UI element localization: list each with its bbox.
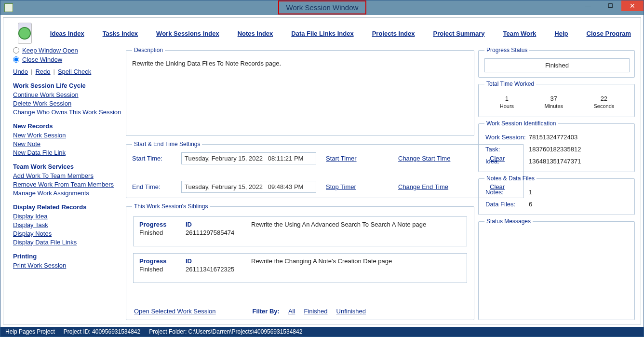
right-panel: Progress Status Finished Total Time Work… [478,47,635,320]
status-messages-fieldset: Status Messages [478,218,635,320]
radio-keep-open-label[interactable]: Keep Window Open [22,47,78,54]
link-print-ws[interactable]: Print Work Session [13,262,122,269]
col-id: ID [186,257,248,265]
seconds-label: Seconds [593,103,614,109]
time-worked-legend: Total Time Worked [484,81,536,87]
status-messages-legend: Status Messages [484,218,533,225]
titlebar: Work Session Window — ☐ ✕ [0,0,644,15]
link-display-notes[interactable]: Display Notes [13,230,122,237]
nav-work-sessions-index[interactable]: Work Sessions Index [156,30,219,37]
minutes-value: 37 [545,95,564,102]
notes-files-legend: Notes & Data Files [484,175,537,182]
link-display-dfl[interactable]: Display Data File Links [13,239,122,246]
minutes-label: Minutes [545,103,564,109]
sibling-text: Rewrite the Changing A Note's Creation D… [251,257,461,265]
status-bar: Help Pages Project Project ID: 400956931… [0,327,644,337]
status-project-id: 400956931534842 [92,328,140,335]
change-end-link[interactable]: Change End Time [398,183,480,190]
nav-notes-index[interactable]: Notes Index [238,30,273,37]
notes-count-label: Notes: [485,189,529,196]
start-time-label: Start Time: [132,155,172,162]
status-project-id-label: Project ID: [64,328,91,335]
app-logo [18,23,32,44]
nav-help[interactable]: Help [554,30,568,37]
main-toolbar: Ideas Index Tasks Index Work Sessions In… [3,18,641,45]
minimize-button[interactable]: — [577,0,599,11]
change-start-link[interactable]: Change Start Time [398,155,480,162]
link-new-ws[interactable]: New Work Session [13,132,122,139]
close-button[interactable]: ✕ [621,0,644,11]
sibling-id: 26111341672325 [186,266,248,273]
link-team-manage[interactable]: Manage Work Assignments [13,189,122,197]
identification-legend: Work Session Identification [484,120,558,127]
files-count-label: Data Files: [485,201,529,208]
nav-tasks-index[interactable]: Tasks Index [103,30,138,37]
ws-id-value: 78151324772403 [529,134,629,141]
link-team-remove[interactable]: Remove Work From Team Members [13,181,122,188]
link-team-add[interactable]: Add Work To Team Members [13,172,122,179]
link-display-idea[interactable]: Display Idea [13,213,122,220]
description-fieldset: Description Rewrite the Linking Data Fil… [126,47,474,136]
status-project-folder-label: Project Folder: [149,328,187,335]
link-continue-ws[interactable]: Continue Work Session [13,91,122,98]
nav-team-work[interactable]: Team Work [503,30,536,37]
sibling-text: Rewrite the Using An Advanced Search To … [251,221,461,228]
separator: | [31,68,32,75]
nav-data-file-links-index[interactable]: Data File Links Index [291,30,353,37]
radio-close-window-label[interactable]: Close Window [22,56,62,63]
filter-all[interactable]: All [288,308,295,315]
hours-value: 1 [500,95,514,102]
col-progress: Progress [139,221,183,228]
filter-finished[interactable]: Finished [304,308,327,315]
sibling-row[interactable]: Progress ID Rewrite the Using An Advance… [133,216,467,246]
link-new-dfl[interactable]: New Data File Link [13,149,122,156]
group-new-records-title: New Records [13,122,122,130]
link-display-task[interactable]: Display Task [13,221,122,229]
status-project-name: Help Pages Project [5,328,55,335]
nav-close-program[interactable]: Close Program [587,30,631,37]
filter-unfinished[interactable]: Unfinished [336,308,366,315]
link-delete-ws[interactable]: Delete Work Session [13,100,122,107]
start-timer-link[interactable]: Start Timer [326,155,389,162]
group-team-title: Team Work Services [13,163,122,170]
col-id: ID [186,221,248,228]
end-time-input[interactable] [181,181,316,193]
identification-fieldset: Work Session Identification Work Session… [478,120,635,172]
progress-status-legend: Progress Status [484,47,529,54]
open-selected-link[interactable]: Open Selected Work Session [134,308,216,315]
siblings-legend: This Work Session's Siblings [132,203,210,210]
time-settings-fieldset: Start & End Time Settings Start Time: St… [126,141,524,198]
siblings-fieldset: This Work Session's Siblings Progress ID… [126,203,474,320]
nav-projects-index[interactable]: Projects Index [372,30,415,37]
progress-status-fieldset: Progress Status Finished [478,47,635,78]
filter-label: Filter By: [253,308,280,315]
center-panel: Description Rewrite the Linking Data Fil… [126,47,474,320]
start-time-input[interactable] [181,152,316,164]
seconds-value: 22 [593,95,614,102]
undo-link[interactable]: Undo [13,68,28,75]
notes-files-fieldset: Notes & Data Files Notes: 1 Data Files: … [478,175,635,215]
nav-project-summary[interactable]: Project Summary [433,30,485,37]
link-change-owner[interactable]: Change Who Owns This Work Session [13,108,122,116]
sibling-row[interactable]: Progress ID Rewrite the Changing A Note'… [133,253,467,283]
group-lifecycle-title: Work Session Life Cycle [13,82,122,89]
maximize-button[interactable]: ☐ [599,0,621,11]
link-new-note[interactable]: New Note [13,140,122,148]
separator: | [54,68,55,75]
siblings-list[interactable]: Progress ID Rewrite the Using An Advance… [132,215,469,305]
radio-close-window[interactable] [13,56,19,63]
group-display-title: Display Related Records [13,203,122,211]
time-settings-legend: Start & End Time Settings [132,141,202,148]
radio-keep-open[interactable] [13,47,19,54]
window-title-highlight: Work Session Window [278,0,366,14]
nav-ideas-index[interactable]: Ideas Index [50,30,84,37]
stop-timer-link[interactable]: Stop Timer [326,183,389,190]
task-id-label: Task: [485,146,529,153]
redo-link[interactable]: Redo [35,68,50,75]
description-legend: Description [132,47,165,54]
spell-check-link[interactable]: Spell Check [58,68,91,75]
hours-label: Hours [500,103,514,109]
sibling-id: 26111297585474 [186,229,248,236]
left-panel: Keep Window Open Close Window Undo | Red… [13,47,122,320]
description-text[interactable]: Rewrite the Linking Data Files To Note R… [132,58,469,131]
